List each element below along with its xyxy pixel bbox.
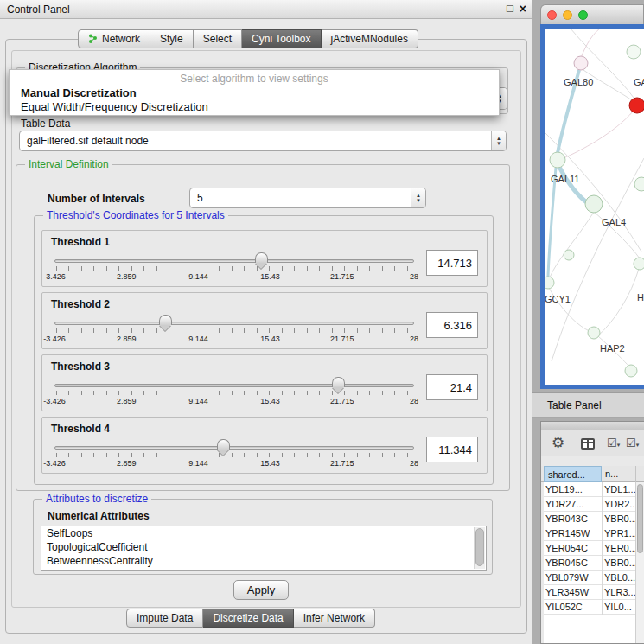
threshold-1-slider[interactable]: -3.426 2.859 9.144 15.43 21.715 28 <box>54 252 414 284</box>
apply-button[interactable]: Apply <box>233 580 289 600</box>
dropdown-option-manual-discretization[interactable]: Manual Discretization <box>10 86 499 100</box>
tab-select[interactable]: Select <box>194 29 242 48</box>
table-row[interactable]: YDL19... YDL1... <box>544 482 636 497</box>
network-icon <box>88 34 98 44</box>
table-row[interactable]: YBL079W YBL0... <box>544 571 636 585</box>
dropdown-option-equal-width[interactable]: Equal Width/Frequency Discretization <box>10 100 499 114</box>
table-toolbar: ⚙ ☑▾ ☑▾ <box>541 430 644 456</box>
tab-style[interactable]: Style <box>150 29 194 48</box>
node-label-hap2: HAP2 <box>600 343 625 354</box>
attributes-list-scrollbar[interactable] <box>474 527 485 569</box>
select-all-icon[interactable]: ☑▾ <box>607 437 620 450</box>
network-window-titlebar[interactable] <box>540 4 644 24</box>
node-hap2[interactable] <box>588 327 600 339</box>
table-data-combobox-value: galFiltered.sif default node <box>20 135 491 147</box>
list-item[interactable]: BetweennessCentrality <box>41 554 486 568</box>
numerical-attributes-label: Numerical Attributes <box>48 510 150 522</box>
threshold-1-value-field[interactable]: 14.713 <box>426 250 478 276</box>
tab-jactivemodules[interactable]: jActiveMNodules <box>322 29 418 48</box>
tab-cyni-toolbox[interactable]: Cyni Toolbox <box>242 29 321 48</box>
bottom-tabs: Impute Data Discretize Data Infer Networ… <box>126 609 375 628</box>
node[interactable] <box>634 258 644 270</box>
threshold-4-slider-handle[interactable] <box>217 439 230 450</box>
table-data-label: Table Data <box>21 118 70 130</box>
table-row[interactable]: YER054C YER0... <box>544 541 636 556</box>
column-header-shared-name[interactable]: shared... <box>544 466 602 482</box>
number-of-intervals-combobox[interactable]: 5 ▲ ▼ <box>189 188 426 208</box>
control-panel-window: Control Panel □ × Network Style Select <box>0 0 532 644</box>
tab-network-label: Network <box>102 33 140 45</box>
threshold-3-label: Threshold 3 <box>51 360 110 373</box>
threshold-3-value-field[interactable]: 21.4 <box>426 374 478 400</box>
tab-impute-data[interactable]: Impute Data <box>126 609 203 628</box>
node-gcy1[interactable] <box>545 277 554 289</box>
node-label-gal4: GAL4 <box>602 217 626 227</box>
node[interactable] <box>625 365 637 377</box>
table-row[interactable]: YIL052C YIL0... <box>544 600 636 615</box>
node-gal11[interactable] <box>550 152 565 168</box>
threshold-coordinates-group: Threshold's Coordinates for 5 Intervals … <box>34 215 494 485</box>
traffic-lights <box>547 10 588 20</box>
window-title: Control Panel <box>7 3 70 16</box>
list-item[interactable]: TopologicalCoefficient <box>41 540 486 554</box>
table-row[interactable]: YBR043C YBR0... <box>544 512 636 526</box>
tab-select-label: Select <box>203 33 232 45</box>
scrollbar-thumb[interactable] <box>475 528 484 566</box>
attributes-group: Attributes to discretize Numerical Attri… <box>33 499 493 575</box>
table-window-titlebar[interactable] <box>541 422 644 430</box>
table-row[interactable]: YLR345W YLR3... <box>544 585 636 600</box>
node-gal80[interactable] <box>574 56 588 70</box>
scrollbar-thumb[interactable] <box>637 484 643 553</box>
attributes-group-title: Attributes to discretize <box>42 493 151 505</box>
threshold-1-slider-handle[interactable] <box>255 252 268 263</box>
slider-ticks <box>56 328 412 333</box>
slider-ticks <box>56 266 412 271</box>
threshold-1-panel: Threshold 1 -3.426 2.859 9.144 15.43 21.… <box>41 230 488 287</box>
zoom-traffic-icon[interactable] <box>578 10 588 20</box>
select-columns-icon[interactable]: ☑▾ <box>626 437 639 450</box>
minimize-traffic-icon[interactable] <box>563 10 572 20</box>
close-window-icon[interactable]: × <box>520 2 526 16</box>
node[interactable] <box>627 45 641 59</box>
threshold-3-slider[interactable]: -3.426 2.859 9.144 15.43 21.715 28 <box>54 376 414 409</box>
threshold-4-slider[interactable]: -3.426 2.859 9.144 15.43 21.715 28 <box>54 438 414 471</box>
column-header-name[interactable]: n... <box>602 466 636 482</box>
list-item[interactable]: SelfLoops <box>41 526 486 540</box>
tab-discretize-data[interactable]: Discretize Data <box>203 609 293 628</box>
table-body: YDL19... YDL1... YDR27... YDR2... YBR043… <box>544 482 636 643</box>
combobox-stepper-icon[interactable]: ▲ ▼ <box>491 131 506 150</box>
table-row[interactable]: YDR27... YDR2... <box>544 497 636 512</box>
slider-scale: -3.426 2.859 9.144 15.43 21.715 28 <box>54 335 414 344</box>
control-panel-titlebar[interactable]: Control Panel □ × <box>0 0 532 19</box>
table-panel-header: Table Panel <box>532 392 644 418</box>
table-row[interactable]: YPR145W YPR1... <box>544 526 636 541</box>
node[interactable] <box>564 250 574 260</box>
tab-network[interactable]: Network <box>78 29 150 48</box>
node[interactable] <box>634 177 644 191</box>
interval-definition-title: Interval Definition <box>25 158 112 170</box>
threshold-2-slider[interactable]: -3.426 2.859 9.144 15.43 21.715 28 <box>54 314 414 347</box>
slider-ticks <box>56 453 412 457</box>
gear-icon[interactable]: ⚙ <box>552 434 564 452</box>
table-columns-icon[interactable] <box>581 438 595 450</box>
threshold-2-value-field[interactable]: 6.316 <box>426 312 478 338</box>
close-traffic-icon[interactable] <box>547 10 557 20</box>
threshold-3-slider-handle[interactable] <box>332 377 345 387</box>
node-selected-red[interactable] <box>629 98 644 113</box>
tab-jactivemodules-label: jActiveMNodules <box>331 33 408 45</box>
threshold-2-slider-handle[interactable] <box>159 315 172 325</box>
node-gal4[interactable] <box>585 195 603 213</box>
float-window-icon[interactable]: □ <box>507 2 513 16</box>
threshold-4-label: Threshold 4 <box>51 423 110 435</box>
slider-track <box>54 384 414 387</box>
table-row[interactable]: YBR045C YBR0... <box>544 556 636 571</box>
tab-infer-network-label: Infer Network <box>303 612 365 624</box>
threshold-4-value-field[interactable]: 11.344 <box>426 437 478 462</box>
attributes-list[interactable]: SelfLoops TopologicalCoefficient Between… <box>41 526 487 571</box>
network-canvas[interactable]: GAL80 GAL1 GAL11 GAL4 GCY1 HAP2 H <box>545 29 644 385</box>
number-of-intervals-value: 5 <box>190 192 411 204</box>
table-scrollbar[interactable] <box>635 482 644 643</box>
tab-infer-network[interactable]: Infer Network <box>294 609 375 628</box>
combobox-stepper-icon[interactable]: ▲ ▼ <box>411 188 425 207</box>
table-data-combobox[interactable]: galFiltered.sif default node ▲ ▼ <box>19 131 507 151</box>
